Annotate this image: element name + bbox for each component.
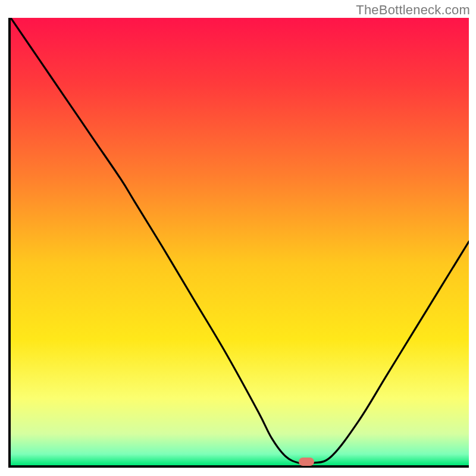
optimal-point-marker — [299, 458, 314, 466]
plot-area — [8, 18, 469, 468]
watermark-text: TheBottleneck.com — [356, 2, 470, 18]
bottleneck-curve — [11, 18, 469, 465]
